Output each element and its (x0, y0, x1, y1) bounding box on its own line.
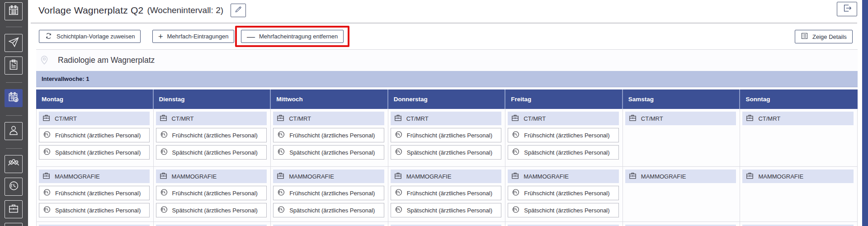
schedule-row-mammografie: MAMMOGRAFIEFrühschicht (ärztliches Perso… (36, 167, 858, 222)
shift-chip-early[interactable]: Frühschicht (ärztliches Personal) (39, 128, 150, 142)
shift-label: Frühschicht (ärztliches Personal) (55, 190, 141, 197)
briefcase-icon (276, 113, 285, 123)
workplace-chip[interactable]: MAMMOGRAFIE (39, 170, 150, 183)
shift-chip-early[interactable]: Frühschicht (ärztliches Personal) (508, 128, 619, 142)
shift-chip-early[interactable]: Frühschicht (ärztliches Personal) (156, 186, 267, 200)
shift-chip-late[interactable]: Spätschicht (ärztliches Personal) (391, 203, 502, 217)
workplace-chip[interactable]: MAMMOGRAFIE (625, 170, 736, 183)
shift-chip-late[interactable]: Spätschicht (ärztliches Personal) (156, 145, 267, 160)
sidebar-item-employee[interactable] (5, 122, 23, 140)
page-title: Vorlage Wagnerplatz Q2 (38, 5, 143, 16)
remove-multiple-entry-button[interactable]: — Mehrfacheintragung entfernen (241, 30, 344, 43)
cell-donnerstag (388, 222, 506, 226)
day-header-mittwoch: Mittwoch (271, 89, 388, 109)
workplace-chip[interactable]: CT/MRT (273, 112, 384, 125)
shift-chip-late[interactable]: Spätschicht (ärztliches Personal) (39, 203, 150, 217)
cell-samstag: MAMMOGRAFIE (623, 167, 741, 221)
clock-icon (394, 130, 403, 140)
shift-label: Spätschicht (ärztliches Personal) (524, 207, 609, 214)
sidebar (0, 0, 28, 226)
briefcase-icon (159, 171, 168, 181)
shift-chip-late[interactable]: Spätschicht (ärztliches Personal) (39, 145, 150, 160)
shift-chip-late[interactable]: Spätschicht (ärztliches Personal) (508, 203, 619, 217)
clock-icon (511, 147, 520, 157)
shift-chip-early[interactable]: Frühschicht (ärztliches Personal) (391, 186, 502, 200)
shift-chip-early[interactable]: Frühschicht (ärztliches Personal) (273, 186, 384, 200)
shift-chip-early[interactable]: Frühschicht (ärztliches Personal) (156, 128, 267, 142)
workplace-label: CT/MRT (55, 115, 77, 122)
plus-icon: + (158, 33, 163, 41)
workplace-chip[interactable]: MAMMOGRAFIE (156, 170, 267, 183)
shift-label: Spätschicht (ärztliches Personal) (55, 149, 141, 156)
cell-dienstag: CT/MRTFrühschicht (ärztliches Personal)S… (154, 109, 271, 166)
page-title-interval: (Wochenintervall: 2) (147, 5, 223, 15)
workplace-chip[interactable]: CT/MRT (508, 112, 619, 125)
shift-chip-late[interactable]: Spätschicht (ärztliches Personal) (156, 203, 267, 217)
interval-week-band: Intervallwoche: 1 (36, 71, 858, 87)
clock-icon (394, 188, 403, 198)
sidebar-item-absences[interactable] (5, 34, 23, 52)
shift-label: Frühschicht (ärztliches Personal) (172, 132, 258, 139)
workplace-chip[interactable]: MAMMOGRAFIE (508, 170, 619, 183)
workplace-chip[interactable]: MAMMOGRAFIE (391, 170, 502, 183)
cell-mittwoch: MAMMOGRAFIEFrühschicht (ärztliches Perso… (271, 167, 388, 221)
shift-chip-early[interactable]: Frühschicht (ärztliches Personal) (39, 186, 150, 200)
workplace-chip[interactable]: CT/MRT (156, 112, 267, 125)
workplace-label: MAMMOGRAFIE (524, 173, 569, 180)
day-header-row: MontagDienstagMittwochDonnerstagFreitagS… (36, 89, 858, 109)
shift-label: Frühschicht (ärztliches Personal) (524, 132, 609, 139)
exit-button[interactable] (837, 2, 857, 16)
sidebar-item-requests[interactable] (5, 56, 23, 75)
sidebar-item-team[interactable] (5, 155, 23, 173)
clock-icon (277, 147, 285, 157)
shift-label: Spätschicht (ärztliches Personal) (289, 207, 375, 214)
briefcase-icon (628, 171, 637, 181)
shift-label: Frühschicht (ärztliches Personal) (289, 190, 375, 197)
sidebar-item-calendar[interactable] (5, 2, 23, 20)
workplace-chip[interactable]: CT/MRT (625, 112, 736, 125)
cell-sonntag (740, 222, 858, 226)
briefcase-icon (276, 171, 285, 181)
page-header: Vorlage Wagnerplatz Q2 (Wochenintervall:… (38, 4, 246, 17)
workplace-chip[interactable]: MAMMOGRAFIE (742, 170, 854, 183)
workplace-chip[interactable]: CT/MRT (39, 112, 150, 125)
shift-label: Spätschicht (ärztliches Personal) (407, 149, 492, 156)
workplace-chip[interactable]: MAMMOGRAFIE (273, 170, 384, 183)
shift-chip-late[interactable]: Spätschicht (ärztliches Personal) (273, 145, 384, 160)
day-header-samstag: Samstag (623, 89, 741, 109)
shift-chip-late[interactable]: Spätschicht (ärztliches Personal) (508, 145, 619, 160)
sidebar-item-partial[interactable] (5, 223, 23, 226)
add-multiple-entries-label: Mehrfach-Eintragungen (167, 33, 229, 40)
briefcase-icon (42, 113, 51, 123)
clock-icon (511, 205, 520, 215)
cell-sonntag: MAMMOGRAFIE (740, 167, 858, 221)
workplace-chip[interactable]: CT/MRT (391, 112, 502, 125)
right-edge-bar[interactable] (862, 0, 868, 226)
clock-history-icon (8, 180, 19, 193)
cell-samstag: CT/MRT (623, 109, 741, 166)
workplace-label: CT/MRT (172, 115, 194, 122)
show-details-button[interactable]: Zeige Details (795, 30, 853, 43)
sidebar-item-workplaces[interactable] (5, 200, 23, 218)
clock-icon (42, 147, 51, 157)
sidebar-divider (6, 82, 22, 83)
shift-chip-late[interactable]: Spätschicht (ärztliches Personal) (273, 203, 384, 217)
workplace-label: CT/MRT (289, 115, 311, 122)
shift-chip-early[interactable]: Frühschicht (ärztliches Personal) (273, 128, 384, 142)
workplace-label: MAMMOGRAFIE (289, 173, 334, 180)
clock-icon (160, 205, 168, 215)
briefcase-icon (159, 113, 168, 123)
shift-chip-early[interactable]: Frühschicht (ärztliches Personal) (508, 186, 619, 200)
edit-template-button[interactable] (231, 4, 246, 17)
shift-chip-late[interactable]: Spätschicht (ärztliches Personal) (391, 145, 502, 160)
sidebar-item-schedule-template[interactable] (5, 89, 23, 107)
shift-label: Frühschicht (ärztliches Personal) (289, 132, 375, 139)
sidebar-divider (6, 148, 22, 149)
shift-label: Frühschicht (ärztliches Personal) (524, 190, 609, 197)
clock-icon (511, 130, 520, 140)
shift-chip-early[interactable]: Frühschicht (ärztliches Personal) (391, 128, 502, 142)
assign-template-button[interactable]: Schichtplan-Vorlage zuweisen (39, 30, 141, 43)
sidebar-item-worktime[interactable] (5, 178, 23, 196)
workplace-chip[interactable]: CT/MRT (742, 112, 854, 125)
add-multiple-entries-button[interactable]: + Mehrfach-Eintragungen (152, 30, 234, 43)
